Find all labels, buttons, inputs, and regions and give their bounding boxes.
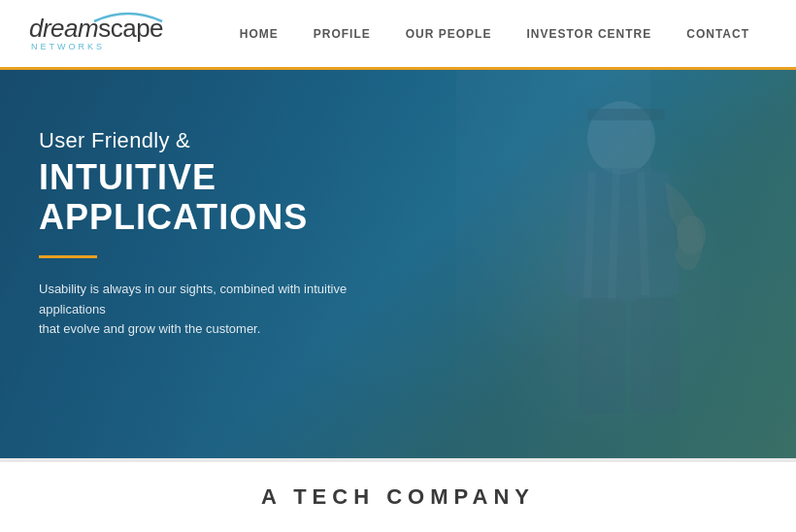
hero-title: INTUITIVE APPLICATIONS (39, 157, 447, 238)
logo[interactable]: dreamscape NETWORKS (29, 16, 163, 51)
logo-arc-icon (89, 8, 167, 23)
nav-investor-centre[interactable]: INVESTOR CENTRE (509, 0, 669, 70)
nav-profile[interactable]: PROFILE (296, 0, 388, 70)
bottom-title: A TECH COMPANY (261, 484, 535, 510)
nav-our-people[interactable]: OUR PEOPLE (388, 0, 510, 70)
bottom-section: A TECH COMPANY (0, 458, 796, 532)
hero-section: User Friendly & INTUITIVE APPLICATIONS U… (0, 70, 796, 458)
logo-subtitle: NETWORKS (29, 42, 105, 51)
main-nav: HOME PROFILE OUR PEOPLE INVESTOR CENTRE … (222, 0, 767, 67)
nav-home[interactable]: HOME (222, 0, 296, 70)
nav-contact[interactable]: CONTACT (669, 0, 767, 70)
header: dreamscape NETWORKS HOME PROFILE OUR PEO… (0, 0, 796, 70)
hero-subtitle: User Friendly & (39, 128, 447, 153)
hero-divider (39, 255, 97, 258)
hero-description-line1: Usability is always in our sights, combi… (39, 282, 347, 316)
hero-content: User Friendly & INTUITIVE APPLICATIONS U… (0, 70, 485, 379)
hero-description-line2: that evolve and grow with the customer. (39, 321, 260, 336)
hero-description: Usability is always in our sights, combi… (39, 280, 369, 340)
